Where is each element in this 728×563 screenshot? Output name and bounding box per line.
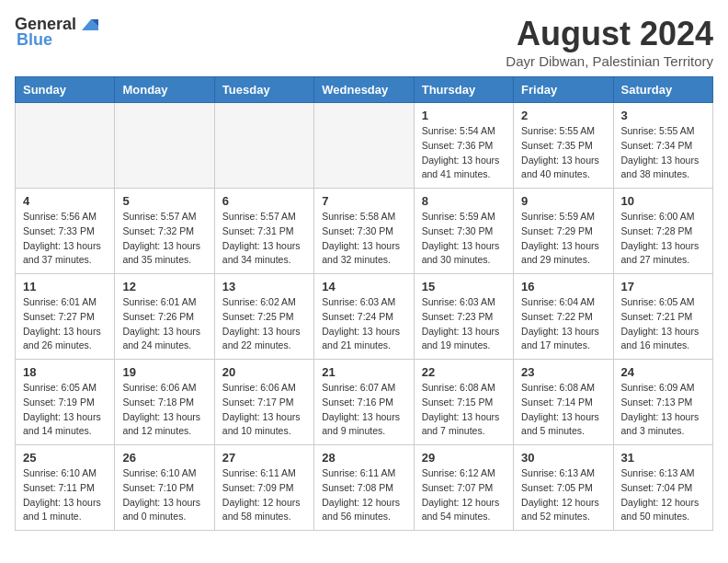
table-row (16, 103, 115, 189)
day-number: 3 (621, 109, 705, 122)
day-number: 9 (521, 194, 605, 208)
calendar-week-row: 18Sunrise: 6:05 AM Sunset: 7:19 PM Dayli… (16, 360, 713, 445)
day-info: Sunrise: 6:05 AM Sunset: 7:21 PM Dayligh… (621, 295, 705, 353)
table-row: 20Sunrise: 6:06 AM Sunset: 7:17 PM Dayli… (214, 360, 313, 445)
day-info: Sunrise: 6:06 AM Sunset: 7:17 PM Dayligh… (222, 381, 306, 439)
day-info: Sunrise: 5:59 AM Sunset: 7:30 PM Dayligh… (422, 210, 506, 268)
day-number: 14 (322, 280, 405, 293)
table-row: 21Sunrise: 6:07 AM Sunset: 7:16 PM Dayli… (314, 360, 414, 445)
table-row: 25Sunrise: 6:10 AM Sunset: 7:11 PM Dayli… (16, 445, 115, 531)
table-row: 18Sunrise: 6:05 AM Sunset: 7:19 PM Dayli… (16, 360, 115, 445)
day-number: 13 (222, 280, 306, 293)
title-section: August 2024 Dayr Dibwan, Palestinian Ter… (506, 15, 713, 69)
table-row: 19Sunrise: 6:06 AM Sunset: 7:18 PM Dayli… (115, 360, 214, 445)
day-number: 25 (23, 451, 107, 465)
day-info: Sunrise: 6:08 AM Sunset: 7:15 PM Dayligh… (422, 381, 506, 439)
table-row (214, 103, 313, 189)
table-row: 10Sunrise: 6:00 AM Sunset: 7:28 PM Dayli… (613, 189, 712, 274)
day-number: 29 (422, 451, 506, 465)
day-info: Sunrise: 6:00 AM Sunset: 7:28 PM Dayligh… (621, 210, 705, 268)
day-info: Sunrise: 6:02 AM Sunset: 7:25 PM Dayligh… (222, 295, 306, 353)
table-row: 9Sunrise: 5:59 AM Sunset: 7:29 PM Daylig… (514, 189, 613, 274)
day-number: 2 (521, 109, 605, 122)
day-number: 5 (122, 194, 206, 208)
logo-blue-text: Blue (17, 30, 52, 50)
day-number: 27 (222, 451, 306, 465)
header-tuesday: Tuesday (214, 77, 313, 103)
day-info: Sunrise: 5:55 AM Sunset: 7:34 PM Dayligh… (621, 124, 705, 182)
day-number: 26 (122, 451, 206, 465)
day-info: Sunrise: 5:57 AM Sunset: 7:31 PM Dayligh… (222, 210, 306, 268)
day-info: Sunrise: 6:03 AM Sunset: 7:24 PM Dayligh… (322, 295, 405, 353)
day-info: Sunrise: 6:13 AM Sunset: 7:04 PM Dayligh… (621, 466, 705, 524)
day-number: 4 (23, 194, 107, 208)
day-info: Sunrise: 6:03 AM Sunset: 7:23 PM Dayligh… (422, 295, 506, 353)
table-row: 29Sunrise: 6:12 AM Sunset: 7:07 PM Dayli… (414, 445, 513, 531)
table-row: 3Sunrise: 5:55 AM Sunset: 7:34 PM Daylig… (613, 103, 712, 189)
day-info: Sunrise: 5:55 AM Sunset: 7:35 PM Dayligh… (521, 124, 605, 182)
day-number: 24 (621, 365, 705, 379)
day-info: Sunrise: 5:57 AM Sunset: 7:32 PM Dayligh… (122, 210, 206, 268)
table-row: 13Sunrise: 6:02 AM Sunset: 7:25 PM Dayli… (214, 274, 313, 360)
calendar-week-row: 11Sunrise: 6:01 AM Sunset: 7:27 PM Dayli… (16, 274, 713, 360)
calendar-table: Sunday Monday Tuesday Wednesday Thursday… (15, 76, 713, 531)
day-number: 23 (521, 365, 605, 379)
table-row: 17Sunrise: 6:05 AM Sunset: 7:21 PM Dayli… (613, 274, 712, 360)
day-number: 12 (122, 280, 206, 293)
day-number: 8 (422, 194, 506, 208)
day-number: 7 (322, 194, 405, 208)
table-row: 22Sunrise: 6:08 AM Sunset: 7:15 PM Dayli… (414, 360, 513, 445)
day-info: Sunrise: 6:07 AM Sunset: 7:16 PM Dayligh… (322, 381, 405, 439)
day-info: Sunrise: 6:10 AM Sunset: 7:10 PM Dayligh… (122, 466, 206, 524)
day-number: 30 (521, 451, 605, 465)
calendar-header-row: Sunday Monday Tuesday Wednesday Thursday… (16, 77, 713, 103)
location-subtitle: Dayr Dibwan, Palestinian Territory (506, 53, 713, 69)
table-row (314, 103, 414, 189)
table-row: 6Sunrise: 5:57 AM Sunset: 7:31 PM Daylig… (214, 189, 313, 274)
day-info: Sunrise: 6:05 AM Sunset: 7:19 PM Dayligh… (23, 381, 107, 439)
header-monday: Monday (115, 77, 214, 103)
logo-icon (78, 14, 98, 34)
table-row: 1Sunrise: 5:54 AM Sunset: 7:36 PM Daylig… (414, 103, 513, 189)
page-header: General Blue August 2024 Dayr Dibwan, Pa… (15, 15, 713, 69)
day-info: Sunrise: 6:01 AM Sunset: 7:27 PM Dayligh… (23, 295, 107, 353)
month-year-title: August 2024 (506, 15, 713, 53)
table-row: 15Sunrise: 6:03 AM Sunset: 7:23 PM Dayli… (414, 274, 513, 360)
header-wednesday: Wednesday (314, 77, 414, 103)
table-row: 26Sunrise: 6:10 AM Sunset: 7:10 PM Dayli… (115, 445, 214, 531)
day-number: 20 (222, 365, 306, 379)
day-info: Sunrise: 6:04 AM Sunset: 7:22 PM Dayligh… (521, 295, 605, 353)
table-row: 27Sunrise: 6:11 AM Sunset: 7:09 PM Dayli… (214, 445, 313, 531)
header-sunday: Sunday (16, 77, 115, 103)
table-row: 14Sunrise: 6:03 AM Sunset: 7:24 PM Dayli… (314, 274, 414, 360)
day-info: Sunrise: 5:59 AM Sunset: 7:29 PM Dayligh… (521, 210, 605, 268)
day-number: 21 (322, 365, 405, 379)
header-thursday: Thursday (414, 77, 513, 103)
day-number: 16 (521, 280, 605, 293)
day-info: Sunrise: 5:54 AM Sunset: 7:36 PM Dayligh… (422, 124, 506, 182)
calendar-week-row: 4Sunrise: 5:56 AM Sunset: 7:33 PM Daylig… (16, 189, 713, 274)
day-number: 22 (422, 365, 506, 379)
day-number: 1 (422, 109, 506, 122)
table-row: 7Sunrise: 5:58 AM Sunset: 7:30 PM Daylig… (314, 189, 414, 274)
calendar-week-row: 25Sunrise: 6:10 AM Sunset: 7:11 PM Dayli… (16, 445, 713, 531)
header-friday: Friday (514, 77, 613, 103)
table-row: 2Sunrise: 5:55 AM Sunset: 7:35 PM Daylig… (514, 103, 613, 189)
day-info: Sunrise: 6:12 AM Sunset: 7:07 PM Dayligh… (422, 466, 506, 524)
table-row: 30Sunrise: 6:13 AM Sunset: 7:05 PM Dayli… (514, 445, 613, 531)
day-info: Sunrise: 6:11 AM Sunset: 7:08 PM Dayligh… (322, 466, 405, 524)
day-info: Sunrise: 6:10 AM Sunset: 7:11 PM Dayligh… (23, 466, 107, 524)
day-info: Sunrise: 6:13 AM Sunset: 7:05 PM Dayligh… (521, 466, 605, 524)
table-row: 5Sunrise: 5:57 AM Sunset: 7:32 PM Daylig… (115, 189, 214, 274)
header-saturday: Saturday (613, 77, 712, 103)
table-row (115, 103, 214, 189)
day-info: Sunrise: 6:06 AM Sunset: 7:18 PM Dayligh… (122, 381, 206, 439)
day-number: 19 (122, 365, 206, 379)
day-info: Sunrise: 6:08 AM Sunset: 7:14 PM Dayligh… (521, 381, 605, 439)
table-row: 8Sunrise: 5:59 AM Sunset: 7:30 PM Daylig… (414, 189, 513, 274)
table-row: 31Sunrise: 6:13 AM Sunset: 7:04 PM Dayli… (613, 445, 712, 531)
day-info: Sunrise: 6:11 AM Sunset: 7:09 PM Dayligh… (222, 466, 306, 524)
day-number: 31 (621, 451, 705, 465)
day-number: 18 (23, 365, 107, 379)
table-row: 4Sunrise: 5:56 AM Sunset: 7:33 PM Daylig… (16, 189, 115, 274)
